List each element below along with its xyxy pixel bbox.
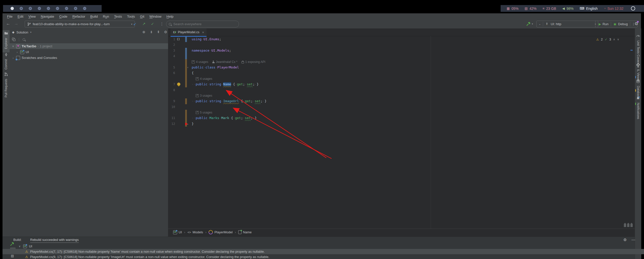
- collapse-all-icon[interactable]: ⇞: [157, 30, 160, 34]
- code-line-2[interactable]: 2: [168, 42, 635, 48]
- workspace-dot-8[interactable]: +: [74, 7, 77, 10]
- expand-all-icon[interactable]: ⇟: [150, 30, 153, 34]
- panel-title[interactable]: Solution: [16, 30, 28, 34]
- fold-close-icon[interactable]: ▲: [187, 121, 188, 127]
- code-vision-usages[interactable]: 5 usages: [196, 110, 212, 115]
- chevron-collapsed-icon[interactable]: ›: [12, 56, 15, 59]
- code-vision-hints[interactable]: 4 usages: [196, 76, 212, 82]
- code-line-6[interactable]: 6{: [168, 70, 635, 76]
- code-vision-line[interactable]: 3 usages: [168, 93, 635, 98]
- code-line-3[interactable]: 3namespace·UI.Models;: [168, 48, 635, 53]
- menu-item-code[interactable]: Code: [57, 15, 70, 18]
- push-icon[interactable]: ↗: [142, 22, 146, 26]
- build-hammer-icon[interactable]: [526, 22, 531, 26]
- breadcrumb-ui[interactable]: C#UI: [173, 230, 182, 234]
- tool-stripe-tab-database[interactable]: Database: [635, 78, 641, 93]
- menu-item-tools[interactable]: Tools: [125, 15, 138, 18]
- code-vision-api[interactable]: 1 exposing API: [242, 59, 265, 65]
- menu-item-navigate[interactable]: Navigate: [38, 15, 57, 18]
- hide-build-panel-icon[interactable]: —: [631, 237, 635, 242]
- status-item[interactable]: ≡23 GB: [543, 7, 556, 11]
- code-vision-line[interactable]: 4 usages: [168, 76, 635, 82]
- tree-row-scratches-and-consoles[interactable]: ›Scratches and Consoles: [10, 55, 170, 61]
- tool-stripe-tab-explorer[interactable]: Explorer: [3, 30, 10, 52]
- editor-tab-playermodel[interactable]: C# PlayerModel.cs ×: [171, 28, 207, 37]
- menu-item-view[interactable]: View: [26, 15, 38, 18]
- menu-item-run[interactable]: Run: [100, 15, 112, 18]
- workspace-dot-2[interactable]: +: [20, 7, 23, 10]
- menu-item-window[interactable]: Window: [147, 15, 164, 18]
- locate-icon[interactable]: ⊕: [142, 30, 145, 34]
- workspace-dot-3[interactable]: +: [29, 7, 32, 10]
- tool-stripe-tab-pull-requests[interactable]: Pull Requests: [3, 71, 10, 95]
- status-item[interactable]: ▦05%: [507, 7, 518, 11]
- settings-gear-icon[interactable]: ⚙: [634, 21, 638, 26]
- status-item[interactable]: ◀98%: [562, 7, 574, 11]
- breadcrumb-models[interactable]: <>Models: [187, 230, 203, 234]
- fold-open-icon[interactable]: ▼: [187, 65, 188, 70]
- code-viewport[interactable]: 1()using·UI.Enums;23namespace·UI.Models;…: [168, 36, 635, 229]
- tree-row-ui[interactable]: ›C#UI: [10, 49, 174, 55]
- status-item[interactable]: ⌨English: [580, 7, 598, 11]
- menu-item-refactor[interactable]: Refactor: [70, 15, 88, 18]
- commit-check-icon[interactable]: ✓: [151, 22, 154, 26]
- code-line-12[interactable]: 12▲}: [168, 121, 635, 127]
- prev-problem-icon[interactable]: ∧: [613, 38, 615, 41]
- menu-item-git[interactable]: Git: [138, 15, 147, 18]
- chevron-down-icon[interactable]: ▾: [30, 31, 31, 33]
- forward-button[interactable]: →: [14, 21, 18, 26]
- code-vision-line[interactable]: 4 usagesJwankhalaf Cx *1 exposing API: [168, 59, 635, 65]
- git-branch-widget[interactable]: feat/10-disable-ability-to-make-a-move-f…: [25, 21, 135, 27]
- editor-area[interactable]: C# PlayerModel.cs × 1()using·UI.Enums;23…: [168, 28, 635, 237]
- workspace-dot-5[interactable]: −: [47, 7, 50, 10]
- fold-region-icon[interactable]: (): [177, 36, 180, 42]
- code-vision-usages[interactable]: 4 usages: [192, 59, 208, 65]
- back-button[interactable]: ←: [6, 21, 10, 26]
- tool-stripe-tab-unit-tests-coverage[interactable]: Unit Tests Coverage: [635, 33, 641, 58]
- code-vision-hints[interactable]: 3 usages: [196, 93, 212, 98]
- menu-item-tests[interactable]: Tests: [112, 15, 125, 18]
- tool-stripe-tab-notifications[interactable]: Notifications: [635, 95, 641, 113]
- close-icon[interactable]: ×: [202, 30, 204, 34]
- code-line-10[interactable]: 10: [168, 104, 635, 110]
- workspace-dot-7[interactable]: −: [65, 7, 68, 10]
- panel-settings-gear-icon[interactable]: ⚙: [164, 30, 167, 34]
- chevron-expanded-icon[interactable]: ∨: [12, 45, 15, 48]
- next-problem-icon[interactable]: ∨: [617, 38, 619, 41]
- build-node-row[interactable]: ∨ C# UI: [3, 244, 644, 249]
- chevron-expanded-icon[interactable]: ∨: [18, 245, 21, 248]
- code-line-8[interactable]: 8: [168, 87, 635, 93]
- workspace-dot-6[interactable]: −: [56, 7, 59, 10]
- more-options-icon[interactable]: ⋮: [160, 22, 164, 26]
- breadcrumb-name[interactable]: Name: [238, 230, 252, 234]
- menu-item-edit[interactable]: Edit: [15, 15, 26, 18]
- workspace-dot-1[interactable]: [11, 7, 14, 10]
- code-line-9[interactable]: 9··public·string·ImageUrl·{·get;·set;·}: [168, 98, 635, 104]
- code-vision-author[interactable]: Jwankhalaf Cx *: [212, 59, 237, 65]
- code-line-4[interactable]: 4: [168, 53, 635, 59]
- intention-bulb-icon[interactable]: [177, 83, 180, 86]
- build-warning-row[interactable]: ⚠PlayerModel.cs(9, 17): [CS8618] Non-nul…: [3, 254, 644, 259]
- workspace-dot-4[interactable]: −: [38, 7, 41, 10]
- search-icon[interactable]: [23, 38, 25, 41]
- power-icon[interactable]: [631, 6, 635, 11]
- code-line-1[interactable]: 1()using·UI.Enums;: [168, 36, 635, 42]
- menu-item-help[interactable]: Help: [164, 15, 176, 18]
- tool-stripe-tab-commit[interactable]: Commit: [3, 52, 10, 68]
- chevron-collapsed-icon[interactable]: ›: [16, 51, 19, 54]
- code-line-11[interactable]: 11··public·Marks·Mark·{·get;·set;·}: [168, 115, 635, 121]
- update-project-icon[interactable]: ↙: [133, 22, 137, 26]
- workspace-dot-9[interactable]: −: [83, 7, 86, 10]
- code-line-5[interactable]: 5▼public·class·PlayerModel: [168, 65, 635, 70]
- select-opened-file-icon[interactable]: [12, 38, 15, 41]
- code-vision-usages[interactable]: 4 usages: [196, 76, 212, 82]
- build-settings-gear-icon[interactable]: ⚙: [623, 238, 627, 242]
- inspections-widget[interactable]: ⚠2 ✓3 ∧ ∨: [596, 38, 619, 41]
- menu-item-build[interactable]: Build: [88, 15, 100, 18]
- code-vision-usages[interactable]: 3 usages: [196, 93, 212, 98]
- status-item[interactable]: ▤42%: [525, 7, 536, 11]
- tree-row-tictacgo[interactable]: ∨TicTacGo · 1 project: [10, 43, 170, 49]
- run-button[interactable]: ▶ Run: [596, 21, 611, 27]
- debug-button[interactable]: Debug: [611, 21, 630, 27]
- code-vision-hints[interactable]: 4 usagesJwankhalaf Cx *1 exposing API: [192, 59, 265, 65]
